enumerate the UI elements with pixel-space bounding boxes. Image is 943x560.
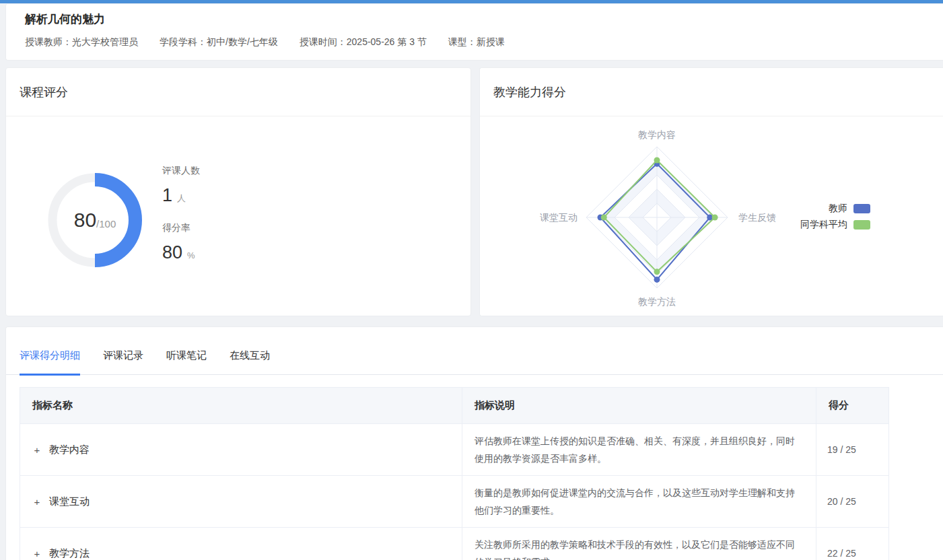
score-donut-chart: 80 /100 bbox=[44, 170, 145, 271]
summary-cards-row: 课程评分 80 /100 评课人数 1 bbox=[5, 67, 943, 316]
score-rate-label: 得分率 bbox=[162, 222, 200, 234]
table-row-3-name: + 教学方法 bbox=[20, 527, 462, 560]
legend-teacher-swatch bbox=[853, 204, 870, 213]
table-row-1-desc: 评估教师在课堂上传授的知识是否准确、相关、有深度，并且组织良好，同时使用的教学资… bbox=[462, 423, 816, 475]
course-score-card-title: 课程评分 bbox=[20, 84, 68, 100]
reviewer-count-label: 评课人数 bbox=[162, 165, 200, 177]
radar-label-left: 课堂互动 bbox=[540, 212, 578, 223]
indicator-desc: 衡量的是教师如何促进课堂内的交流与合作，以及这些互动对学生理解和支持他们学习的重… bbox=[475, 484, 804, 519]
col-header-desc: 指标说明 bbox=[462, 388, 816, 423]
radar-label-top: 教学内容 bbox=[638, 129, 676, 140]
radar-legend: 教师 同学科平均 bbox=[736, 201, 870, 233]
indicator-desc: 关注教师所采用的教学策略和技术手段的有效性，以及它们是否能够适应不同的学习风格和… bbox=[475, 536, 804, 560]
table-row-2-score: 20 / 25 bbox=[816, 475, 888, 527]
indicator-name: 课堂互动 bbox=[49, 495, 90, 508]
tab-listening-notes[interactable]: 听课笔记 bbox=[166, 349, 207, 376]
tab-online-interaction[interactable]: 在线互动 bbox=[230, 349, 270, 376]
col-header-score: 得分 bbox=[816, 388, 888, 423]
course-score-card-body: 80 /100 评课人数 1 人 得分率 80 % bbox=[6, 116, 470, 316]
score-rate-value: 80 bbox=[162, 242, 182, 263]
donut-score-value: 80 bbox=[74, 209, 96, 232]
course-meta: 授课教师：光大学校管理员 学段学科：初中/数学/七年级 授课时间：2025-05… bbox=[25, 36, 924, 48]
score-detail-table: 指标名称 指标说明 得分 + 教学内容 评估教师在课堂上传授的知识是否准确、相关… bbox=[20, 387, 889, 560]
table-row-2-desc: 衡量的是教师如何促进课堂内的交流与合作，以及这些互动对学生理解和支持他们学习的重… bbox=[462, 475, 816, 527]
course-score-card: 课程评分 80 /100 评课人数 1 bbox=[5, 67, 471, 316]
indicator-name: 教学内容 bbox=[49, 444, 90, 456]
legend-item-teacher[interactable]: 教师 bbox=[736, 201, 870, 217]
course-score-card-header: 课程评分 bbox=[6, 68, 470, 116]
tab-score-detail[interactable]: 评课得分明细 bbox=[20, 349, 80, 376]
reviewer-count-row: 1 人 bbox=[162, 185, 200, 206]
indicator-name: 教学方法 bbox=[49, 547, 90, 560]
teaching-ability-card: 教学能力得分 bbox=[479, 67, 943, 316]
table-row-1-name: + 教学内容 bbox=[20, 423, 462, 475]
meta-course-type: 课型：新授课 bbox=[448, 36, 505, 48]
col-header-name: 指标名称 bbox=[20, 388, 462, 423]
table-row-3-score: 22 / 25 bbox=[816, 527, 888, 560]
tab-review-records[interactable]: 评课记录 bbox=[103, 349, 143, 376]
page: 解析几何的魅力 授课教师：光大学校管理员 学段学科：初中/数学/七年级 授课时间… bbox=[0, 0, 943, 560]
detail-section: 评课得分明细 评课记录 听课笔记 在线互动 指标名称 指标说明 得分 + 教学内… bbox=[5, 326, 943, 560]
score-stats: 评课人数 1 人 得分率 80 % bbox=[162, 165, 200, 263]
score-rate-row: 80 % bbox=[162, 242, 200, 263]
meta-teacher: 授课教师：光大学校管理员 bbox=[25, 36, 138, 48]
page-title: 解析几何的魅力 bbox=[25, 11, 924, 28]
legend-item-average[interactable]: 同学科平均 bbox=[736, 217, 870, 233]
reviewer-count-unit: 人 bbox=[177, 193, 186, 205]
expand-icon[interactable]: + bbox=[32, 444, 42, 456]
course-header: 解析几何的魅力 授课教师：光大学校管理员 学段学科：初中/数学/七年级 授课时间… bbox=[5, 3, 943, 61]
teaching-ability-card-header: 教学能力得分 bbox=[480, 68, 943, 116]
expand-icon[interactable]: + bbox=[32, 496, 42, 508]
indicator-desc: 评估教师在课堂上传授的知识是否准确、相关、有深度，并且组织良好，同时使用的教学资… bbox=[475, 432, 804, 467]
table-row-2-name: + 课堂互动 bbox=[20, 475, 462, 527]
detail-tabs: 评课得分明细 评课记录 听课笔记 在线互动 bbox=[6, 327, 943, 375]
legend-teacher-label: 教师 bbox=[829, 203, 847, 215]
table-row-1-score: 19 / 25 bbox=[816, 423, 888, 475]
donut-center-label: 80 /100 bbox=[44, 170, 145, 271]
meta-grade-subject: 学段学科：初中/数学/七年级 bbox=[160, 36, 278, 48]
radar-chart: 教学内容 学生反馈 教学方法 课堂互动 bbox=[480, 116, 943, 316]
radar-label-bottom: 教学方法 bbox=[638, 296, 676, 307]
expand-icon[interactable]: + bbox=[32, 548, 42, 559]
teaching-ability-card-body: 教学内容 学生反馈 教学方法 课堂互动 教师 同学科平均 bbox=[480, 116, 943, 316]
meta-time: 授课时间：2025-05-26 第 3 节 bbox=[300, 36, 427, 48]
score-rate-unit: % bbox=[187, 250, 195, 260]
legend-average-swatch bbox=[853, 220, 870, 230]
reviewer-count-value: 1 bbox=[162, 185, 172, 206]
donut-score-max: /100 bbox=[96, 218, 116, 230]
teaching-ability-card-title: 教学能力得分 bbox=[493, 84, 566, 100]
table-row-3-desc: 关注教师所采用的教学策略和技术手段的有效性，以及它们是否能够适应不同的学习风格和… bbox=[462, 527, 816, 560]
legend-average-label: 同学科平均 bbox=[800, 219, 847, 231]
